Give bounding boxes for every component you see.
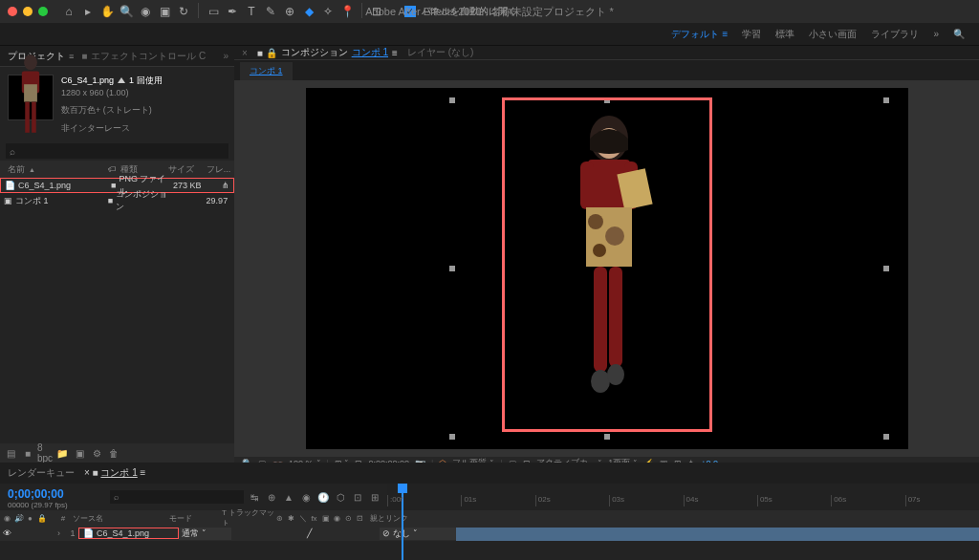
search-icon[interactable]: 🔍 (953, 29, 965, 39)
tl-ctrl-icon[interactable]: ◉ (299, 490, 313, 504)
menubar: ⌂ ▸ ✋ 🔍 ◉ ▣ ↻ ▭ ✒ T ✎ ⊕ ◆ ✧ 📍 ⊡ ✓ パネルを自動… (0, 0, 979, 23)
col-size[interactable]: サイズ (168, 163, 206, 176)
svg-rect-15 (594, 267, 607, 372)
project-panel: プロジェクト ≡ ■ エフェクトコントロール C » C6_S4_1.png 1… (0, 46, 234, 463)
adjust-icon[interactable]: ⚙ (90, 446, 103, 460)
asset-thumbnail[interactable] (8, 75, 54, 120)
svg-point-12 (588, 214, 603, 229)
minimize-button[interactable] (23, 7, 33, 16)
text-tool-icon[interactable]: T (243, 3, 260, 20)
workspace-bar: デフォルト≡ 学習 標準 小さい画面 ライブラリ » 🔍 (0, 23, 979, 46)
tl-ctrl-icon[interactable]: 🕐 (316, 490, 330, 504)
workspace-tab-library[interactable]: ライブラリ (871, 28, 919, 41)
selection-handle[interactable] (604, 434, 610, 440)
svg-rect-3 (25, 102, 30, 133)
new-folder-icon[interactable]: 📁 (55, 446, 69, 460)
selection-handle[interactable] (883, 266, 889, 271)
tl-ctrl-icon[interactable]: ⊡ (351, 490, 364, 504)
delete-icon[interactable]: 🗑 (107, 446, 120, 460)
svg-rect-2 (24, 84, 37, 101)
lock-col-icon[interactable]: 🔒 (36, 513, 47, 524)
time-ruler[interactable]: :00f 01s 02s 03s 04s 05s 06s 07s (387, 484, 979, 510)
timeline-comp-tab[interactable]: × ■ コンポ 1 ≡ (84, 466, 145, 480)
tl-ctrl-icon[interactable]: ▲ (282, 490, 295, 504)
timeline-search-input[interactable] (110, 490, 244, 504)
selection-handle[interactable] (449, 97, 455, 103)
toolbar: ⌂ ▸ ✋ 🔍 ◉ ▣ ↻ ▭ ✒ T ✎ ⊕ ◆ ✧ 📍 ⊡ (60, 3, 385, 20)
svg-rect-16 (609, 267, 622, 367)
tl-ctrl-icon[interactable]: ⊞ (368, 490, 381, 504)
zoom-tool-icon[interactable]: 🔍 (118, 3, 135, 20)
svg-point-17 (591, 370, 610, 393)
canvas[interactable] (306, 88, 908, 449)
view-mode-icon[interactable]: ▤ (4, 446, 17, 460)
col-name[interactable]: 名前 ▲ (0, 163, 108, 176)
layer-row[interactable]: 👁 › 1 📄 C6_S4_1.png 通常 ˅ ╱ ⊘ なし ˅ (0, 526, 979, 541)
svg-point-13 (605, 226, 624, 246)
composition-panel: × ■ 🔒 コンポジション コンポ 1 ≡ レイヤー (なし) コンポ 1 (234, 46, 979, 463)
parent-col[interactable]: 親とリンク (370, 513, 446, 524)
svg-rect-8 (580, 162, 594, 209)
selection-handle[interactable] (449, 266, 455, 271)
layer-tab[interactable]: レイヤー (なし) (407, 46, 473, 59)
hand-tool-icon[interactable]: ✋ (98, 3, 116, 20)
render-queue-tab[interactable]: レンダーキュー (8, 466, 75, 480)
layer-bar[interactable] (456, 528, 979, 541)
home-icon[interactable]: ⌂ (60, 3, 77, 20)
vis-col-icon[interactable]: ◉ (2, 513, 12, 524)
rotate-tool-icon[interactable]: ↻ (175, 3, 192, 20)
clone-tool-icon[interactable]: ⊕ (281, 3, 298, 20)
maximize-button[interactable] (38, 7, 48, 16)
shape-tool-icon[interactable]: ▭ (205, 3, 222, 20)
workspace-tab-default[interactable]: デフォルト≡ (671, 28, 729, 41)
mode-col[interactable]: モード (169, 513, 222, 524)
panel-more-icon[interactable]: » (223, 51, 234, 61)
workspace-tab-small[interactable]: 小さい画面 (809, 28, 857, 41)
asset-info: C6_S4_1.png 1 回使用 1280 x 960 (1.00) 数百万色… (0, 67, 234, 141)
bpc-button[interactable]: 8 bpc (38, 446, 52, 460)
timecode-display[interactable]: 0;00;00;00 00000 (29.97 fps) (0, 484, 110, 510)
workspace-tab-standard[interactable]: 標準 (775, 28, 794, 41)
layer-header: ◉ 🔊 ● 🔒 # ソース名 モード T トラックマット ⊛✱＼fx▣◉⊙⊡ 親… (0, 510, 979, 526)
close-tab-icon[interactable]: × (242, 48, 248, 58)
layer-num-col[interactable]: # (57, 514, 69, 523)
tl-ctrl-icon[interactable]: ↹ (248, 490, 261, 504)
selection-handle[interactable] (449, 434, 455, 440)
workspace-more-icon[interactable]: » (933, 29, 939, 39)
workspace-tab-learn[interactable]: 学習 (742, 28, 761, 41)
comp-breadcrumb[interactable]: コンポ 1 (240, 62, 293, 80)
roto-tool-icon[interactable]: ✧ (319, 3, 337, 20)
svg-point-18 (607, 364, 624, 385)
close-button[interactable] (8, 7, 17, 16)
orbit-tool-icon[interactable]: ◉ (137, 3, 154, 20)
timeline-panel: レンダーキュー × ■ コンポ 1 ≡ 0;00;00;00 00000 (29… (0, 463, 979, 560)
pen-tool-icon[interactable]: ✒ (224, 3, 241, 20)
brush-tool-icon[interactable]: ✎ (262, 3, 279, 20)
eraser-tool-icon[interactable]: ◆ (300, 3, 317, 20)
interpret-icon[interactable]: ■ (21, 446, 34, 460)
selection-tool-icon[interactable]: ▸ (79, 3, 97, 20)
project-row[interactable]: ▣ コンポ 1 ■ コンポジション 29.97 (0, 193, 234, 208)
project-footer: ▤ ■ 8 bpc 📁 ▣ ⚙ 🗑 (0, 443, 234, 463)
svg-point-0 (24, 54, 37, 70)
visibility-toggle[interactable]: 👁 (2, 528, 12, 539)
figure-image (540, 112, 674, 427)
col-fps[interactable]: フレ... (207, 163, 234, 176)
puppet-tool-icon[interactable]: 📍 (338, 3, 356, 20)
tl-ctrl-icon[interactable]: ⬡ (334, 490, 347, 504)
svg-point-14 (593, 244, 606, 257)
project-search-input[interactable] (6, 143, 228, 159)
app-title: Adobe After Effects 2020 - 名称未設定プロジェクト * (365, 5, 614, 19)
selection-handle[interactable] (883, 434, 889, 440)
viewer[interactable] (234, 80, 979, 457)
window-controls (0, 7, 55, 16)
svg-rect-4 (32, 102, 36, 133)
selection-handle[interactable] (883, 97, 889, 103)
effects-tab[interactable]: ■ エフェクトコントロール C (81, 50, 206, 63)
tl-ctrl-icon[interactable]: ⊕ (265, 490, 278, 504)
flow-icon: ⋔ (222, 181, 233, 190)
new-comp-icon[interactable]: ▣ (73, 446, 86, 460)
audio-col-icon[interactable]: 🔊 (13, 513, 24, 524)
source-col[interactable]: ソース名 (69, 513, 169, 524)
camera-tool-icon[interactable]: ▣ (156, 3, 173, 20)
